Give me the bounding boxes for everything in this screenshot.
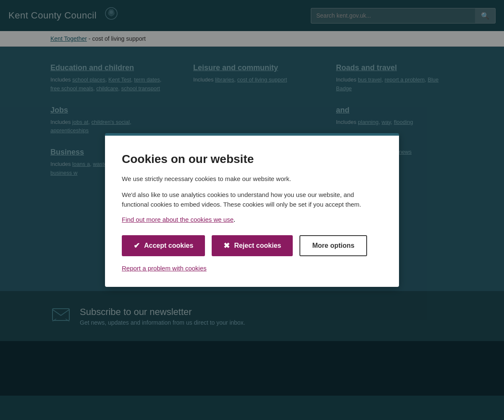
find-out-text: Find out more about the cookies we use. [122,216,382,223]
report-cookies-link[interactable]: Report a problem with cookies [122,265,382,272]
cookie-modal: Cookies on our website We use strictly n… [105,133,399,287]
accept-cookies-button[interactable]: ✔ Accept cookies [122,235,205,256]
crossmark-icon: ✖ [223,241,230,250]
checkmark-icon: ✔ [134,241,140,250]
more-options-button[interactable]: More options [299,235,367,256]
cookie-overlay: Cookies on our website We use strictly n… [0,0,504,420]
reject-cookies-button[interactable]: ✖ Reject cookies [212,235,293,256]
cookie-buttons: ✔ Accept cookies ✖ Reject cookies More o… [122,235,382,256]
cookie-modal-title: Cookies on our website [122,152,382,166]
cookie-para2: We'd also like to use analytics cookies … [122,190,382,209]
cookie-para1: We use strictly necessary cookies to mak… [122,174,382,184]
find-out-link[interactable]: Find out more about the cookies we use [122,216,234,223]
